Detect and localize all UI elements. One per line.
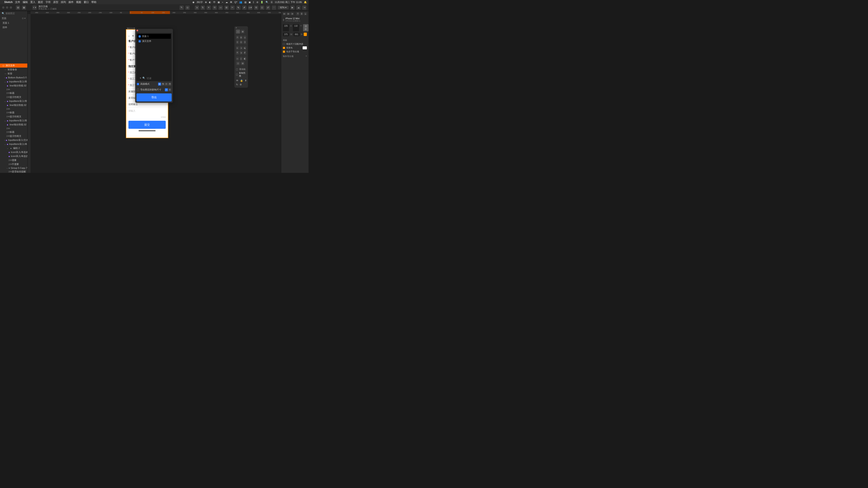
- layer-item[interactable]: 文本是否短信提醒: [0, 170, 27, 173]
- tray-people-icon[interactable]: 👥: [239, 1, 242, 4]
- menu-help[interactable]: 帮助: [91, 0, 96, 4]
- resize-icon[interactable]: ⇥: [240, 46, 242, 50]
- align-top-icon[interactable]: ⇡: [296, 12, 299, 15]
- tool-dropdown[interactable]: ▭▾: [248, 5, 252, 10]
- dist-icon[interactable]: ◧: [244, 57, 246, 61]
- tool-icon-10[interactable]: ⧉: [254, 5, 258, 10]
- menu-window[interactable]: 窗口: [84, 0, 89, 4]
- resize-icon[interactable]: ⇲: [240, 51, 242, 55]
- wifi-icon[interactable]: ⊘: [256, 1, 258, 4]
- tool-icon-1[interactable]: ⇲: [195, 5, 199, 10]
- layer-item[interactable]: 文本·: [0, 88, 27, 91]
- layer-item[interactable]: ⌄▸Group 5 Copy 7: [0, 166, 27, 170]
- layer-search[interactable]: 🔍 搜索图层: [0, 11, 27, 16]
- layer-item[interactable]: ⌄◆InputItem/录入/常规必填备...: [0, 79, 27, 84]
- tool-icon-6[interactable]: ⊞: [224, 5, 229, 10]
- align-vcenter-icon[interactable]: ⇕: [300, 12, 303, 15]
- tool-icon-11[interactable]: ⊡: [260, 5, 264, 10]
- layer-item[interactable]: ⌄▸编组 2: [0, 146, 27, 150]
- resize-icon[interactable]: ⇆: [244, 46, 246, 50]
- mode-icon-4[interactable]: ☰: [168, 83, 171, 86]
- pin-bottom-icon[interactable]: ⊔: [244, 36, 246, 39]
- align-icon[interactable]: ▢: [236, 30, 240, 33]
- eye-icon[interactable]: 👁: [236, 79, 239, 82]
- mode-icon-3[interactable]: ≡: [165, 83, 168, 86]
- align-right-icon[interactable]: ⇥: [290, 12, 293, 15]
- align-icon[interactable]: ▨: [241, 30, 245, 33]
- page-item-1[interactable]: 页面 1: [0, 21, 27, 25]
- tool-icon-3[interactable]: ✕: [207, 5, 211, 10]
- bgcolor-checkbox[interactable]: [283, 47, 285, 49]
- tool-icon-12[interactable]: ⇄: [266, 5, 270, 10]
- layer-item[interactable]: 文本·: [0, 107, 27, 110]
- app-name[interactable]: Sketch: [4, 1, 12, 4]
- add-export-icon[interactable]: +: [306, 55, 307, 58]
- pin-left-icon[interactable]: ⊏: [236, 40, 239, 44]
- fit-button[interactable]: 适应: [303, 24, 309, 31]
- dist-icon[interactable]: ▤: [241, 61, 245, 65]
- refresh-icon[interactable]: ↻: [236, 83, 238, 86]
- gear-icon[interactable]: ⚙: [240, 83, 242, 86]
- dist-icon[interactable]: ◫: [236, 61, 240, 65]
- percent-checkbox[interactable]: [236, 68, 238, 70]
- layer-item[interactable]: ◆line/细分割线 02: [0, 123, 27, 127]
- h-field[interactable]: 891: [293, 33, 300, 36]
- tool-icon-2[interactable]: ⇅: [201, 5, 205, 10]
- export-button[interactable]: 导出: [136, 93, 172, 101]
- battery-icon[interactable]: 🔋: [260, 1, 264, 4]
- zoom-level[interactable]: 92% ▾: [278, 6, 289, 9]
- control-center-icon[interactable]: ☰: [271, 1, 273, 4]
- menu-prototype[interactable]: 原型: [53, 0, 58, 4]
- layer-item[interactable]: ◆line/细分割线 02: [0, 103, 27, 107]
- dist-icon[interactable]: ▯: [240, 57, 242, 61]
- layer-item[interactable]: 文本提示性暗文: [0, 115, 27, 119]
- checkbox-icon[interactable]: [138, 40, 141, 42]
- mode-icon-1[interactable]: ▦: [158, 83, 161, 86]
- rec-icon[interactable]: ◉: [192, 1, 194, 4]
- layer-item[interactable]: ⌄◆InputItem/录入/常规必填: [0, 119, 27, 123]
- pin-center-icon[interactable]: ⊡: [240, 40, 242, 44]
- layer-item[interactable]: 文本提示性暗文: [0, 134, 27, 138]
- menu-file[interactable]: 文件: [15, 0, 20, 4]
- dist-icon[interactable]: ▭: [236, 57, 239, 61]
- tray-icon-1[interactable]: ▦: [218, 1, 220, 4]
- export-size-checkbox[interactable]: [137, 89, 139, 91]
- search-icon[interactable]: 🔍: [266, 1, 269, 4]
- orientation-swatch[interactable]: [304, 33, 307, 36]
- menu-plugins[interactable]: 插件: [68, 0, 73, 4]
- layer-item[interactable]: ▢演示文件: [0, 64, 27, 68]
- device-preset[interactable]: ▯ iPhone 12 Mini 375×812 (已缩放/1): [283, 17, 307, 23]
- size-mode-icon-1[interactable]: ⇔: [165, 88, 168, 91]
- notifications-icon[interactable]: 🔔: [304, 1, 307, 4]
- sidebar-toggle-icon[interactable]: ▤: [16, 5, 20, 10]
- resize-content-checkbox[interactable]: [283, 43, 285, 45]
- pages-gear-icon[interactable]: ⊙ ▾: [22, 17, 26, 20]
- menu-layer[interactable]: 图层: [38, 0, 43, 4]
- layer-item[interactable]: ›◆InputItem/录入/文本录入/...: [0, 138, 27, 142]
- layer-item[interactable]: ⌄◆InputItem/录入/单选/常规: [0, 142, 27, 146]
- tool-icon-9[interactable]: ⬈: [242, 5, 246, 10]
- tool-icon-8[interactable]: ⬉: [236, 5, 241, 10]
- x-field[interactable]: 225: [283, 24, 289, 31]
- tray-icon-3[interactable]: ⌘: [230, 1, 232, 4]
- menu-insert[interactable]: 置入: [30, 0, 35, 4]
- window-traffic-lights[interactable]: [2, 6, 12, 9]
- y-field[interactable]: 132: [293, 24, 299, 31]
- filter-input[interactable]: [147, 77, 176, 79]
- palette-grip-icon[interactable]: [236, 27, 237, 28]
- cloud-icon[interactable]: ☁: [296, 5, 301, 10]
- menu-edit[interactable]: 编辑: [23, 0, 28, 4]
- inspector-toggle-icon[interactable]: ⇥: [302, 5, 306, 10]
- pin-middle-icon[interactable]: ⊟: [240, 36, 242, 39]
- scope-checkbox[interactable]: [236, 74, 238, 76]
- layer-item[interactable]: 文本提示性暗文: [0, 95, 27, 99]
- bgcolor-swatch[interactable]: [303, 46, 307, 50]
- page-item-2[interactable]: 控件: [0, 25, 27, 30]
- checkbox-icon[interactable]: [138, 35, 141, 37]
- layer-item[interactable]: 文本·: [0, 127, 27, 130]
- align-left-icon[interactable]: ⇤: [283, 12, 286, 15]
- align-center-icon[interactable]: ⇔: [287, 12, 290, 15]
- popover-list-item[interactable]: 页面 1: [137, 34, 171, 39]
- insert-button[interactable]: + ▾: [32, 5, 37, 10]
- include-export-checkbox[interactable]: [283, 51, 285, 53]
